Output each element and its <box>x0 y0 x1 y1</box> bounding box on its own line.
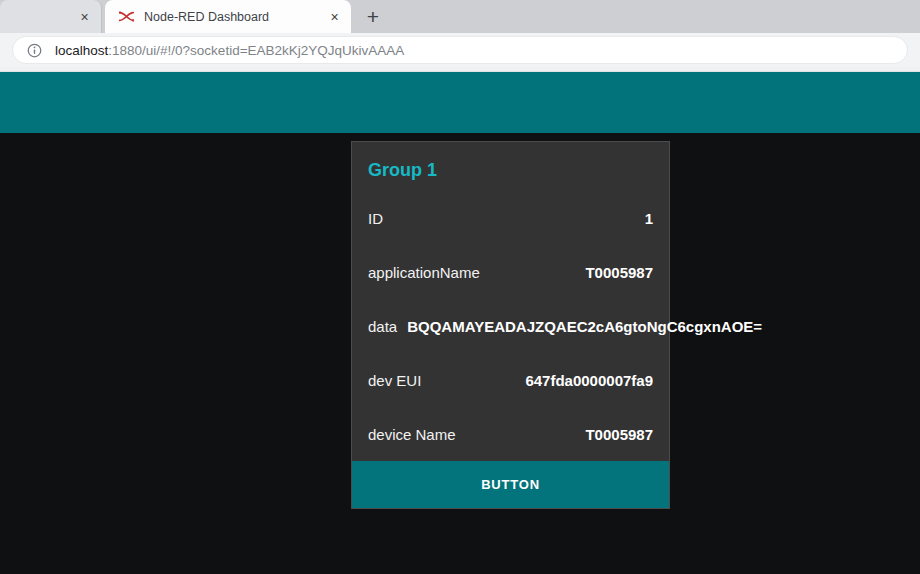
text-row-id: ID 1 <box>352 191 669 245</box>
close-icon[interactable]: × <box>326 8 343 25</box>
url-text: localhost:1880/ui/#!/0?socketid=EAB2kKj2… <box>55 43 404 58</box>
text-row-application-name: applicationName T0005987 <box>352 245 669 299</box>
row-label: dev EUI <box>368 372 421 389</box>
row-value: T0005987 <box>585 426 653 443</box>
dashboard-button[interactable]: BUTTON <box>352 461 669 508</box>
text-row-data: data BQQAMAYEADAJZQAEC2cA6gtoNgC6cgxnAOE… <box>352 299 669 353</box>
row-value: 647fda0000007fa9 <box>525 372 653 389</box>
group-card: Group 1 ID 1 applicationName T0005987 da… <box>351 141 670 509</box>
group-title: Group 1 <box>352 142 669 191</box>
info-icon[interactable] <box>27 43 42 58</box>
url-path: :1880/ui/#!/0?socketid=EAB2kKj2YQJqUkivA… <box>108 43 404 58</box>
tab-inactive[interactable]: × <box>0 0 102 33</box>
text-row-device-name: device Name T0005987 <box>352 407 669 461</box>
close-icon[interactable]: × <box>76 8 93 25</box>
row-value: T0005987 <box>585 264 653 281</box>
row-label: data <box>368 318 397 335</box>
text-row-dev-eui: dev EUI 647fda0000007fa9 <box>352 353 669 407</box>
dashboard-header-bar <box>0 72 920 133</box>
row-label: device Name <box>368 426 456 443</box>
new-tab-button[interactable]: + <box>359 3 387 31</box>
node-red-icon <box>118 8 135 25</box>
tab-node-red-dashboard[interactable]: Node-RED Dashboard × <box>105 0 351 33</box>
row-value: 1 <box>645 210 653 227</box>
address-bar[interactable]: localhost:1880/ui/#!/0?socketid=EAB2kKj2… <box>12 36 908 64</box>
row-value: BQQAMAYEADAJZQAEC2cA6gtoNgC6cgxnAOE= <box>407 318 762 335</box>
row-label: ID <box>368 210 383 227</box>
browser-toolbar: localhost:1880/ui/#!/0?socketid=EAB2kKj2… <box>0 33 920 67</box>
browser-tab-strip: × Node-RED Dashboard × + <box>0 0 920 33</box>
tab-title: Node-RED Dashboard <box>144 10 326 24</box>
row-label: applicationName <box>368 264 480 281</box>
url-host: localhost <box>55 43 108 58</box>
